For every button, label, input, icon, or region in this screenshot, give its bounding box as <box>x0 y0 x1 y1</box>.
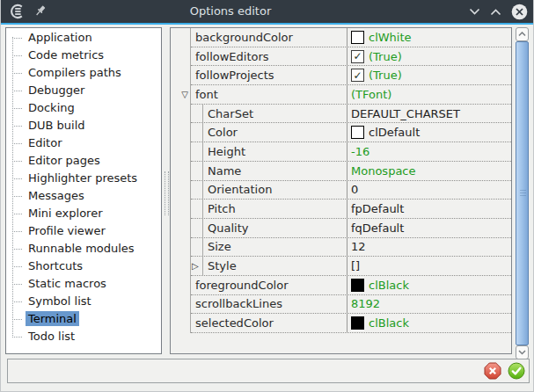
tree-item-terminal[interactable]: Terminal <box>6 310 161 328</box>
property-name[interactable]: Style <box>203 257 347 275</box>
scroll-up-button[interactable] <box>516 27 529 41</box>
tree-item-messages[interactable]: Messages <box>6 187 161 205</box>
tree-item-mini-explorer[interactable]: Mini explorer <box>6 205 161 222</box>
tree-item-editor[interactable]: Editor <box>6 134 161 152</box>
minimize-button[interactable] <box>469 8 480 16</box>
row-body: font(TFont) <box>191 85 511 105</box>
property-value[interactable]: DEFAULT_CHARSET <box>347 107 511 120</box>
property-value[interactable]: [] <box>347 259 511 272</box>
property-value[interactable]: fqDefault <box>347 221 511 235</box>
tree-item-docking[interactable]: Docking <box>6 99 161 117</box>
property-name[interactable]: Pitch <box>203 200 347 218</box>
property-row-name[interactable]: NameMonospace <box>171 162 511 181</box>
property-name[interactable]: Height <box>203 142 347 161</box>
property-name[interactable]: Quality <box>203 219 347 237</box>
property-row-selectedcolor[interactable]: selectedColorclBlack <box>171 314 511 333</box>
color-swatch[interactable] <box>351 279 364 292</box>
color-swatch[interactable] <box>351 316 364 330</box>
property-row-foregroundcolor[interactable]: foregroundColorclBlack <box>171 276 511 295</box>
tree-item-label: Profile viewer <box>26 223 108 238</box>
close-button[interactable] <box>511 4 528 20</box>
expand-icon[interactable]: ▷ <box>192 262 199 271</box>
property-name[interactable]: backgroundColor <box>191 28 347 47</box>
property-value[interactable]: clBlack <box>347 279 511 292</box>
tree-item-shortcuts[interactable]: Shortcuts <box>6 258 161 275</box>
property-name[interactable]: Orientation <box>203 181 347 200</box>
property-row-orientation[interactable]: Orientation0 <box>171 181 511 200</box>
property-name[interactable]: Color <box>203 123 347 142</box>
property-value[interactable]: 12 <box>347 240 511 253</box>
tree-item-todo-list[interactable]: Todo list <box>6 328 161 345</box>
property-value[interactable]: Monospace <box>347 164 511 178</box>
tree-item-compilers-paths[interactable]: Compilers paths <box>6 64 161 82</box>
row-body: NameMonospace <box>191 162 511 181</box>
tree-branch-line <box>12 73 22 74</box>
color-swatch[interactable] <box>351 31 364 44</box>
tree-item-code-metrics[interactable]: Code metrics <box>6 47 161 64</box>
row-body: scrollbackLines8192 <box>191 295 511 315</box>
property-name[interactable]: Name <box>203 162 347 180</box>
property-row-scrollbacklines[interactable]: scrollbackLines8192 <box>171 295 511 315</box>
property-value[interactable]: ✓(True) <box>347 50 511 63</box>
tree-item-label: Symbol list <box>26 294 94 309</box>
property-value[interactable]: 8192 <box>347 297 511 310</box>
property-name[interactable]: scrollbackLines <box>191 295 347 314</box>
row-gutter <box>171 66 191 85</box>
property-row-pitch[interactable]: PitchfpDefault <box>171 200 511 219</box>
checkbox[interactable]: ✓ <box>351 69 364 82</box>
tree-branch-line <box>12 178 22 179</box>
row-body: PitchfpDefault <box>191 200 511 219</box>
property-value[interactable]: clWhite <box>347 31 511 44</box>
tree-item-editor-pages[interactable]: Editor pages <box>6 152 161 170</box>
accept-button[interactable] <box>508 362 525 380</box>
tree-item-dub-build[interactable]: DUB build <box>6 117 161 134</box>
property-value[interactable]: 0 <box>347 183 511 196</box>
collapse-icon[interactable]: ▽ <box>181 91 188 99</box>
tree-item-highlighter-presets[interactable]: Highlighter presets <box>6 170 161 187</box>
tree-item-runnable-modules[interactable]: Runnable modules <box>6 240 161 258</box>
tree-item-debugger[interactable]: Debugger <box>6 82 161 99</box>
property-row-height[interactable]: Height-16 <box>171 142 511 162</box>
grid-scrollbar[interactable] <box>516 27 529 359</box>
maximize-button[interactable] <box>490 8 501 16</box>
property-name[interactable]: selectedColor <box>191 314 347 332</box>
property-value[interactable]: clDefault <box>347 126 511 139</box>
property-name[interactable]: Size <box>203 238 347 257</box>
property-name[interactable]: CharSet <box>203 105 347 123</box>
tree-item-application[interactable]: Application <box>6 29 161 47</box>
scrollbar-thumb[interactable] <box>516 41 529 345</box>
property-row-backgroundcolor[interactable]: backgroundColorclWhite <box>171 28 511 47</box>
property-row-color[interactable]: ColorclDefault <box>171 123 511 142</box>
cancel-button[interactable] <box>484 362 501 380</box>
checkbox[interactable]: ✓ <box>351 50 364 63</box>
tree-item-symbol-list[interactable]: Symbol list <box>6 293 161 310</box>
value-text: 0 <box>351 183 358 196</box>
value-text: clWhite <box>369 31 412 44</box>
property-value[interactable]: fpDefault <box>347 202 511 215</box>
property-name[interactable]: foregroundColor <box>191 276 347 294</box>
property-name[interactable]: followEditors <box>191 47 347 66</box>
panel-splitter[interactable] <box>163 27 170 354</box>
property-row-size[interactable]: Size12 <box>171 238 511 258</box>
property-row-followeditors[interactable]: followEditors✓(True) <box>171 47 511 67</box>
property-name[interactable]: followProjects <box>191 66 347 84</box>
tree-item-profile-viewer[interactable]: Profile viewer <box>6 222 161 240</box>
titlebar[interactable]: Options editor <box>1 0 534 23</box>
property-row-font[interactable]: ▽font(TFont) <box>171 85 511 105</box>
property-name[interactable]: font <box>191 85 347 104</box>
color-swatch[interactable] <box>351 126 364 139</box>
property-row-followprojects[interactable]: followProjects✓(True) <box>171 66 511 85</box>
tree-branch-line <box>12 143 22 144</box>
scroll-down-button[interactable] <box>516 345 529 359</box>
property-row-charset[interactable]: CharSetDEFAULT_CHARSET <box>171 105 511 124</box>
property-value[interactable]: (TFont) <box>347 88 511 101</box>
pin-icon[interactable] <box>34 4 48 18</box>
tree-item-static-macros[interactable]: Static macros <box>6 275 161 293</box>
property-row-quality[interactable]: QualityfqDefault <box>171 219 511 238</box>
property-value[interactable]: ✓(True) <box>347 69 511 82</box>
tree-item-label: Shortcuts <box>26 258 85 273</box>
property-row-style[interactable]: ▷Style[] <box>171 257 511 276</box>
indent-cell <box>191 123 203 142</box>
property-value[interactable]: clBlack <box>347 316 511 330</box>
property-value[interactable]: -16 <box>347 145 511 158</box>
